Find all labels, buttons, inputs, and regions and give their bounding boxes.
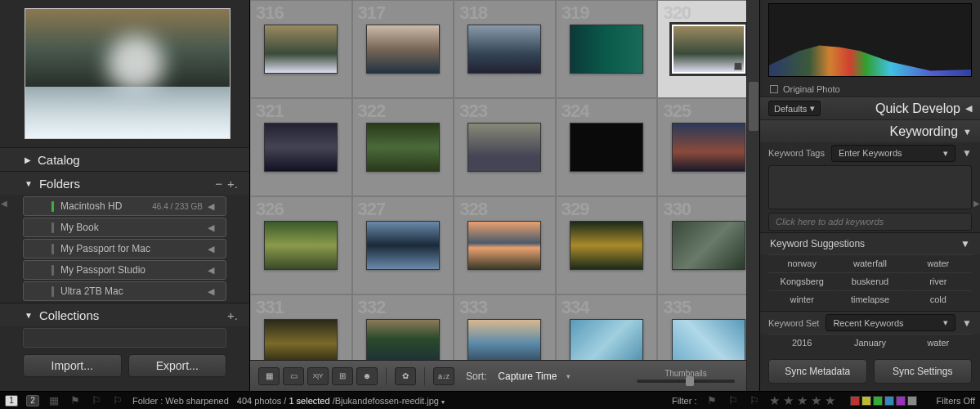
star-icon[interactable]: ★ (811, 393, 821, 408)
drive-item[interactable]: Macintosh HD 46.4 / 233 GB ◀ (23, 196, 226, 216)
grid-cell[interactable]: 334 (556, 294, 658, 360)
grid-cell[interactable]: 318 (454, 0, 556, 98)
import-button[interactable]: Import... (23, 354, 122, 377)
grid-cell[interactable]: 320 (657, 0, 759, 98)
thumbnail[interactable] (366, 25, 440, 74)
keyword-set-mode-select[interactable]: Recent Keywords▾ (826, 314, 955, 331)
collection-search[interactable] (23, 328, 226, 348)
spray-can-icon[interactable]: ✿ (395, 367, 416, 385)
sync-settings-button[interactable]: Sync Settings (874, 359, 973, 384)
thumbnail[interactable] (366, 123, 440, 172)
keyword-suggestion[interactable]: winter (768, 290, 835, 308)
sort-dropdown-icon[interactable]: ▾ (566, 372, 571, 380)
color-swatch[interactable] (907, 396, 917, 406)
thumbnail[interactable] (570, 25, 643, 74)
catalog-header[interactable]: ▶ Catalog (0, 148, 249, 171)
plus-icon[interactable]: +. (227, 177, 238, 191)
thumbnail-size-slider[interactable] (637, 380, 735, 383)
color-swatch[interactable] (873, 396, 883, 406)
keyword-set-item[interactable]: January (836, 334, 903, 351)
keyword-suggestion[interactable]: waterfall (836, 254, 903, 272)
page-2-button[interactable]: 2 (26, 395, 39, 407)
grid-cell[interactable]: 326 (250, 196, 352, 294)
grid-cell[interactable]: 335 (657, 294, 759, 360)
sync-metadata-button[interactable]: Sync Metadata (768, 359, 867, 384)
flag-reject-icon[interactable]: ⚐ (113, 394, 123, 407)
flag-pick-icon[interactable]: ⚑ (707, 394, 717, 407)
color-swatch[interactable] (850, 396, 860, 406)
grid-cell[interactable]: 329 (556, 196, 658, 294)
keyword-suggestion[interactable]: norway (768, 254, 835, 272)
histogram[interactable] (768, 3, 972, 77)
grid-cell[interactable]: 333 (454, 294, 556, 360)
thumbnail[interactable] (264, 123, 338, 172)
keyword-tags-box[interactable] (768, 165, 972, 209)
thumbnail[interactable] (264, 221, 338, 270)
color-swatch[interactable] (896, 396, 906, 406)
triangle-down-icon[interactable]: ▼ (962, 317, 972, 329)
thumbnail[interactable] (468, 123, 541, 172)
drive-item[interactable]: My Passport Studio ◀ (23, 260, 226, 280)
left-collapse-icon[interactable]: ◀ (0, 196, 8, 210)
compare-view-icon[interactable]: X|Y (307, 367, 329, 385)
original-photo-checkbox[interactable]: Original Photo (760, 82, 980, 97)
keyword-add-input[interactable]: Click here to add keywords (768, 213, 972, 231)
thumbnail[interactable] (264, 25, 338, 74)
thumbnail[interactable] (570, 319, 643, 360)
grid-cell[interactable]: 327 (352, 196, 454, 294)
grid-cell[interactable]: 316 (250, 0, 352, 98)
star-icon[interactable]: ★ (797, 393, 808, 408)
navigator-preview[interactable] (25, 8, 230, 139)
color-swatch[interactable] (861, 396, 871, 406)
keyword-suggestions-header[interactable]: Keyword Suggestions ▼ (760, 232, 980, 254)
right-collapse-icon[interactable]: ▶ (973, 196, 980, 210)
keyword-suggestion[interactable]: water (905, 254, 972, 272)
people-view-icon[interactable]: ☻ (356, 367, 378, 385)
dropdown-icon[interactable]: ▾ (441, 398, 445, 406)
thumbnail[interactable] (672, 319, 745, 360)
flag-reject-icon[interactable]: ⚐ (750, 394, 759, 407)
filters-off-label[interactable]: Filters Off (937, 396, 975, 406)
drive-item[interactable]: My Book ◀ (23, 218, 226, 237)
grid-cell[interactable]: 330 (657, 196, 759, 294)
keyword-suggestion[interactable]: buskerud (836, 272, 903, 290)
color-label-filter[interactable] (850, 396, 917, 406)
flag-neutral-icon[interactable]: ⚐ (728, 394, 738, 407)
thumbnail[interactable] (468, 319, 541, 360)
grid-cell[interactable]: 325 (657, 98, 759, 196)
grid-cell[interactable]: 317 (352, 0, 454, 98)
grid-cell[interactable]: 332 (352, 294, 454, 360)
keyword-suggestion[interactable]: timelapse (836, 290, 903, 308)
thumbnail-grid[interactable]: 316 317 318 319 320 321 322 323 324 325 … (250, 0, 759, 360)
survey-view-icon[interactable]: ⊞ (332, 367, 353, 385)
grid-cell[interactable]: 323 (454, 98, 556, 196)
star-icon[interactable]: ★ (769, 393, 780, 408)
rating-filter[interactable]: ★ ★ ★ ★ ★ (769, 393, 835, 408)
grid-scrollbar[interactable] (746, 0, 759, 391)
keywording-header[interactable]: Keywording ▼ (760, 119, 980, 142)
export-button[interactable]: Export... (128, 354, 227, 377)
flag-pick-icon[interactable]: ⚑ (70, 394, 80, 407)
keyword-set-item[interactable]: 2016 (768, 334, 835, 351)
grid-cell[interactable]: 328 (454, 196, 556, 294)
thumbnail[interactable] (570, 123, 643, 172)
sort-value[interactable]: Capture Time (498, 371, 557, 382)
color-swatch[interactable] (884, 396, 894, 406)
keyword-tags-mode-select[interactable]: Enter Keywords▾ (831, 145, 955, 162)
thumbnail[interactable] (366, 221, 440, 270)
thumbnail[interactable] (264, 319, 338, 360)
folders-header[interactable]: ▼ Folders − +. (0, 172, 249, 195)
keyword-suggestion[interactable]: river (905, 272, 972, 290)
plus-icon[interactable]: +. (227, 308, 238, 322)
thumbnail[interactable] (672, 123, 745, 172)
thumbnail[interactable] (672, 221, 745, 270)
grid-cell[interactable]: 331 (250, 294, 352, 360)
grid-cell[interactable]: 322 (352, 98, 454, 196)
grid-cell[interactable]: 324 (556, 98, 658, 196)
star-icon[interactable]: ★ (825, 393, 835, 408)
keyword-set-item[interactable]: water (905, 334, 972, 351)
keyword-suggestion[interactable]: cold (905, 290, 972, 308)
triangle-down-icon[interactable]: ▼ (962, 147, 972, 159)
thumbnail[interactable] (366, 319, 440, 360)
grid-cell[interactable]: 321 (250, 98, 352, 196)
